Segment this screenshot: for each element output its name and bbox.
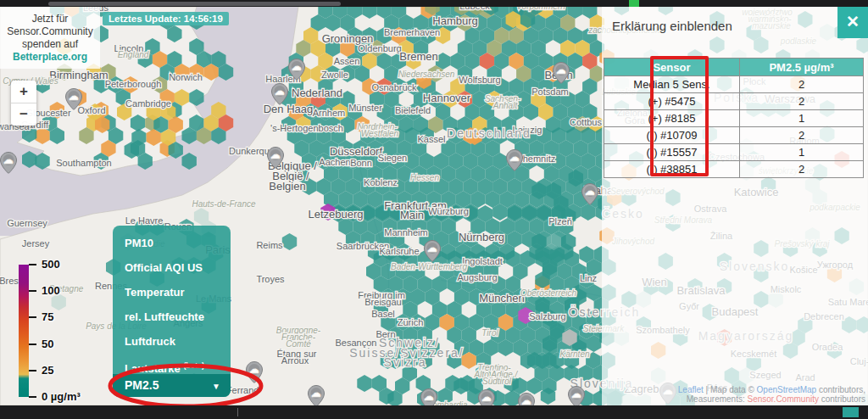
- sensor-cluster-pin[interactable]: ☁: [424, 240, 441, 262]
- sensor-id-cell[interactable]: Median 5 Sens.: [604, 76, 740, 93]
- column-header-pm25: PM2.5 µg/m³: [740, 59, 864, 76]
- map-label: Southampton: [56, 158, 111, 168]
- sensor-id-cell[interactable]: (-) #38851: [604, 161, 740, 178]
- map-label: Mannheim: [384, 227, 427, 237]
- sensor-cluster-pin[interactable]: ☁: [506, 149, 523, 171]
- layer-menu: PM10Official AQI USTemperaturrel. Luftfe…: [113, 226, 231, 397]
- beta-badge: (beta): [183, 361, 204, 370]
- top-bar-green-indicator: [629, 0, 639, 7]
- table-row: (-) #107092: [604, 127, 864, 144]
- map-label: Tirol: [481, 328, 498, 338]
- sensor-cluster-pin[interactable]: ☁: [553, 62, 570, 84]
- zoom-out-button[interactable]: −: [11, 103, 36, 126]
- svg-text:☁: ☁: [587, 187, 594, 196]
- map-label: Hessen: [410, 173, 439, 182]
- map-label: Düsseldorf: [330, 145, 383, 158]
- betterplace-link[interactable]: Betterplace.org: [0, 51, 100, 64]
- table-row: (+) #81851: [604, 110, 864, 127]
- layer-menu-item-rel-luftfeuchte[interactable]: rel. Luftfeuchte: [113, 304, 231, 329]
- map-label: Oldenburg: [358, 43, 401, 53]
- sensor-cluster-pin[interactable]: ☁: [308, 385, 325, 407]
- svg-text:☁: ☁: [5, 156, 13, 165]
- sensor-cluster-pin[interactable]: ☁: [288, 59, 305, 81]
- sensor-community-link[interactable]: Sensor.Community: [747, 394, 818, 404]
- sensor-cluster-pin[interactable]: ☁: [271, 83, 288, 105]
- svg-text:☁: ☁: [558, 66, 565, 75]
- map-label: Guernsey: [7, 218, 47, 228]
- map-label: Reims: [256, 240, 283, 250]
- selected-layer-pm25[interactable]: PM2.5 ▼: [113, 374, 231, 397]
- osm-link[interactable]: OpenStreetMap: [757, 385, 817, 394]
- layer-menu-item-pm10[interactable]: PM10: [113, 231, 231, 255]
- sensor-cluster-pin[interactable]: ☁: [246, 361, 263, 383]
- svg-text:☁: ☁: [426, 393, 433, 401]
- svg-text:☁: ☁: [511, 154, 519, 162]
- close-panel-button[interactable]: ✕: [837, 5, 868, 38]
- legend-tick-mark: [29, 264, 36, 265]
- column-header-sensor: Sensor: [604, 59, 740, 76]
- map-label: Linz: [580, 273, 597, 283]
- legend-tick-label: 50: [42, 338, 53, 350]
- legend-gradient-bar: [19, 265, 29, 397]
- layer-menu-item-luftdruck[interactable]: Luftdruck: [113, 329, 231, 354]
- map-label: Augsburg: [457, 272, 497, 282]
- sensor-id-cell[interactable]: (-) #15557: [604, 144, 740, 161]
- attribution-text: | Map data ©: [704, 385, 757, 394]
- map-label: Comté: [286, 339, 311, 349]
- map-label: Peterborough: [105, 79, 162, 89]
- svg-text:☁: ☁: [573, 390, 581, 399]
- sensor-id-cell[interactable]: (+) #8185: [604, 110, 740, 127]
- legend-tick-mark: [29, 344, 36, 345]
- legend-tick-label: 0 µg/m³: [42, 390, 81, 403]
- svg-text:☁: ☁: [523, 397, 531, 405]
- map-label: Le Havre: [125, 215, 164, 226]
- map-label: Jersey: [22, 238, 50, 249]
- map-label: Belgien: [269, 180, 305, 193]
- layer-menu-item-temperatur[interactable]: Temperatur: [113, 280, 231, 304]
- color-scale-legend: 5001007550250 µg/m³: [19, 260, 103, 405]
- attribution-line1: Leaflet | Map data © OpenStreetMap contr…: [678, 385, 865, 394]
- legend-tick-label: 25: [42, 364, 53, 377]
- sensor-id-cell[interactable]: (-) #10709: [604, 127, 740, 144]
- map-label: Cambridge: [125, 98, 171, 109]
- sensor-cluster-pin[interactable]: ☁: [65, 88, 82, 110]
- explanation-panel-title[interactable]: Erklärung einblenden: [612, 19, 732, 33]
- donation-notice: Jetzt für Sensor.Community spenden auf B…: [0, 7, 100, 69]
- attribution-text2: contributors,: [816, 385, 865, 394]
- map-label: Wolfsburg: [459, 75, 500, 85]
- legend-tick-mark: [29, 316, 36, 318]
- layer-menu-item-official-aqi-us[interactable]: Official AQI US: [113, 255, 231, 280]
- map-label: Norwich: [169, 72, 203, 82]
- map-label: Bremerhaven: [384, 27, 440, 37]
- bottom-bar-divider: [237, 408, 238, 416]
- donation-line1: Jetzt für: [0, 13, 100, 25]
- svg-text:☁: ☁: [429, 244, 437, 253]
- map-label: Bielefeld: [395, 105, 431, 115]
- sensor-cluster-pin[interactable]: ☁: [0, 152, 17, 174]
- sensor-id-cell[interactable]: (+) #5475: [604, 93, 740, 110]
- map-label: Zwolle: [321, 70, 348, 80]
- map-label: Basel: [371, 309, 395, 319]
- map-label: Assen: [334, 56, 360, 66]
- last-update-badge: Letztes Update: 14:56:19: [103, 12, 229, 25]
- map-label: Westfalen: [361, 129, 399, 138]
- map-label: Cottbus: [570, 117, 602, 127]
- table-header-row: Sensor PM2.5 µg/m³: [604, 59, 864, 76]
- dropdown-caret-icon: ▼: [212, 375, 220, 398]
- measurements-text: Measurements:: [687, 394, 748, 404]
- legend-tick-label: 75: [42, 310, 53, 323]
- sensor-cluster-pin[interactable]: ☁: [581, 183, 598, 205]
- map-label: Niedersachsen: [398, 70, 455, 79]
- map-label: Hamburg: [432, 14, 477, 27]
- map-label: Potsdam: [531, 87, 568, 97]
- legend-tick-label: 100: [42, 284, 60, 297]
- legend-tick-mark: [29, 290, 36, 292]
- zoom-in-button[interactable]: +: [11, 81, 36, 103]
- leaflet-link[interactable]: Leaflet: [678, 385, 704, 394]
- sensor-cluster-pin[interactable]: ☁: [267, 147, 284, 169]
- map-label: England: [118, 50, 149, 59]
- svg-text:☁: ☁: [70, 92, 78, 101]
- map-label: Südtirol: [482, 377, 512, 386]
- map-label: Oberösterreich: [520, 288, 577, 298]
- map-label: Nederland: [292, 87, 342, 99]
